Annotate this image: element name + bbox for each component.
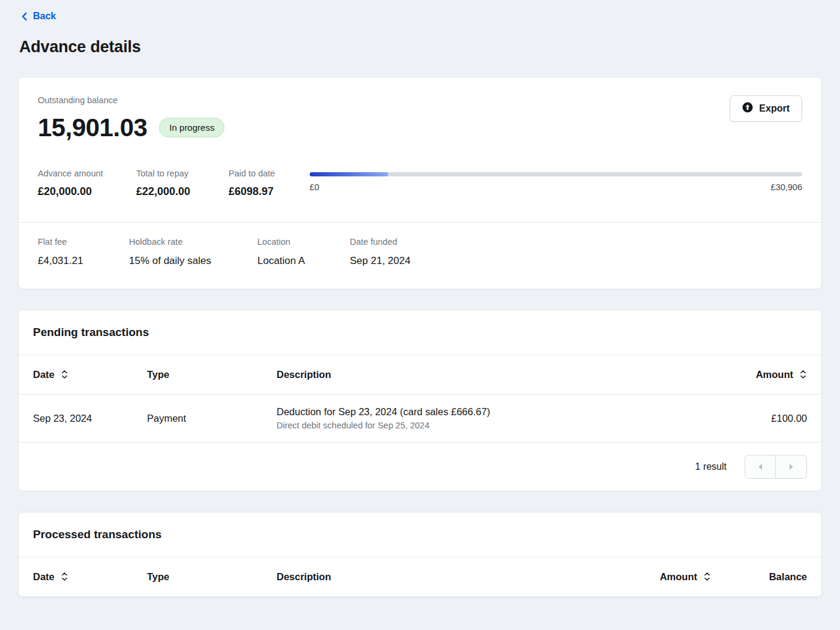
pending-title-bar: Pending transactions	[19, 310, 821, 355]
page-title: Advance details	[19, 38, 822, 56]
advance-details-row: Flat fee £4,031.21 Holdback rate 15% of …	[19, 223, 821, 289]
progress-track	[310, 172, 802, 176]
export-icon	[742, 102, 753, 115]
balance-row: 15,901.03 In progress	[38, 113, 224, 142]
sort-icon	[61, 370, 68, 379]
chevron-left-icon	[757, 463, 763, 470]
result-count: 1 result	[695, 461, 727, 472]
outstanding-balance-label: Outstanding balance	[38, 95, 224, 105]
sort-date-button[interactable]	[61, 370, 68, 379]
stat-label: Advance amount	[38, 169, 136, 178]
column-header-type: Type	[147, 369, 277, 380]
progress-labels: £0 £30,906	[310, 182, 802, 192]
stat-value: £20,000.00	[38, 185, 136, 198]
stat-total-to-repay: Total to repay £22,000.00	[136, 169, 229, 198]
back-label: Back	[33, 11, 56, 22]
column-header-date: Date	[33, 571, 147, 583]
column-label: Date	[33, 571, 55, 583]
chevron-left-icon	[20, 12, 28, 21]
column-label: Date	[33, 369, 55, 380]
column-header-balance: Balance	[711, 571, 807, 583]
column-label: Amount	[756, 369, 793, 380]
detail-label: Location	[257, 237, 350, 247]
column-label: Description	[277, 571, 331, 583]
stat-value: £6098.97	[229, 185, 310, 198]
outstanding-balance-value: 15,901.03	[38, 113, 147, 142]
detail-date-funded: Date funded Sep 21, 2024	[350, 237, 410, 267]
sort-icon	[799, 370, 807, 379]
outstanding-balance-block: Outstanding balance 15,901.03 In progres…	[38, 95, 224, 142]
back-link[interactable]: Back	[20, 11, 56, 22]
pending-transactions-card: Pending transactions Date Type Descripti…	[18, 310, 822, 491]
pagination	[745, 455, 807, 479]
pending-table-footer: 1 result	[19, 443, 821, 491]
processed-transactions-card: Processed transactions Date Type Descrip…	[18, 512, 822, 598]
detail-label: Date funded	[350, 237, 410, 247]
detail-location: Location Location A	[257, 237, 350, 267]
pending-transaction-row[interactable]: Sep 23, 2024 Payment Deduction for Sep 2…	[19, 395, 821, 443]
processed-title-bar: Processed transactions	[19, 512, 821, 557]
stats: Advance amount £20,000.00 Total to repay…	[38, 169, 310, 198]
detail-label: Holdback rate	[129, 237, 257, 247]
cell-type: Payment	[147, 413, 277, 424]
column-label: Type	[147, 369, 169, 380]
sort-amount-button[interactable]	[703, 572, 711, 581]
detail-flat-fee: Flat fee £4,031.21	[38, 237, 129, 267]
column-header-description: Description	[277, 369, 687, 380]
detail-value: £4,031.21	[38, 255, 129, 267]
description-main: Deduction for Sep 23, 2024 (card sales £…	[277, 406, 490, 418]
cell-amount: £100.00	[687, 413, 807, 424]
progress-min-label: £0	[310, 182, 319, 192]
stat-value: £22,000.00	[136, 185, 229, 198]
sort-icon	[61, 572, 68, 581]
summary-head: Outstanding balance 15,901.03 In progres…	[38, 95, 802, 142]
export-label: Export	[759, 103, 790, 114]
detail-value: Sep 21, 2024	[350, 255, 410, 267]
column-header-amount: Amount	[687, 369, 807, 380]
processed-table-header: Date Type Description Amount	[19, 557, 821, 597]
previous-page-button[interactable]	[745, 455, 776, 479]
detail-holdback-rate: Holdback rate 15% of daily sales	[129, 237, 257, 267]
advance-summary-card: Outstanding balance 15,901.03 In progres…	[18, 77, 822, 289]
column-header-date: Date	[33, 369, 147, 380]
stat-label: Paid to date	[229, 169, 310, 178]
summary-top: Outstanding balance 15,901.03 In progres…	[19, 77, 821, 222]
export-button[interactable]: Export	[730, 95, 802, 122]
stat-label: Total to repay	[136, 169, 229, 178]
column-label: Balance	[769, 571, 807, 583]
column-label: Type	[147, 571, 169, 583]
stat-advance-amount: Advance amount £20,000.00	[38, 169, 136, 198]
progress-fill	[310, 172, 388, 176]
sort-amount-button[interactable]	[799, 370, 807, 379]
description-sub: Direct debit scheduled for Sep 25, 2024	[277, 421, 430, 430]
cell-date: Sep 23, 2024	[33, 413, 147, 424]
pending-table-header: Date Type Description Amount	[19, 355, 821, 395]
next-page-button[interactable]	[776, 455, 807, 479]
column-header-amount: Amount	[597, 571, 711, 583]
repayment-progress: £0 £30,906	[310, 169, 802, 192]
detail-value: Location A	[257, 255, 350, 267]
column-label: Amount	[660, 571, 697, 583]
progress-max-label: £30,906	[771, 182, 802, 192]
chevron-right-icon	[788, 463, 794, 470]
detail-value: 15% of daily sales	[129, 255, 257, 267]
sort-icon	[703, 572, 711, 581]
status-badge: In progress	[159, 118, 224, 137]
page: Back Advance details Outstanding balance…	[0, 0, 840, 598]
stat-paid-to-date: Paid to date £6098.97	[229, 169, 310, 198]
column-header-type: Type	[147, 571, 277, 583]
column-header-description: Description	[277, 571, 597, 583]
cell-description: Deduction for Sep 23, 2024 (card sales £…	[277, 406, 687, 430]
column-label: Description	[277, 369, 331, 380]
stats-progress-row: Advance amount £20,000.00 Total to repay…	[38, 169, 802, 198]
processed-title: Processed transactions	[33, 528, 807, 541]
sort-date-button[interactable]	[61, 572, 68, 581]
detail-label: Flat fee	[38, 237, 129, 247]
pending-title: Pending transactions	[33, 326, 807, 339]
